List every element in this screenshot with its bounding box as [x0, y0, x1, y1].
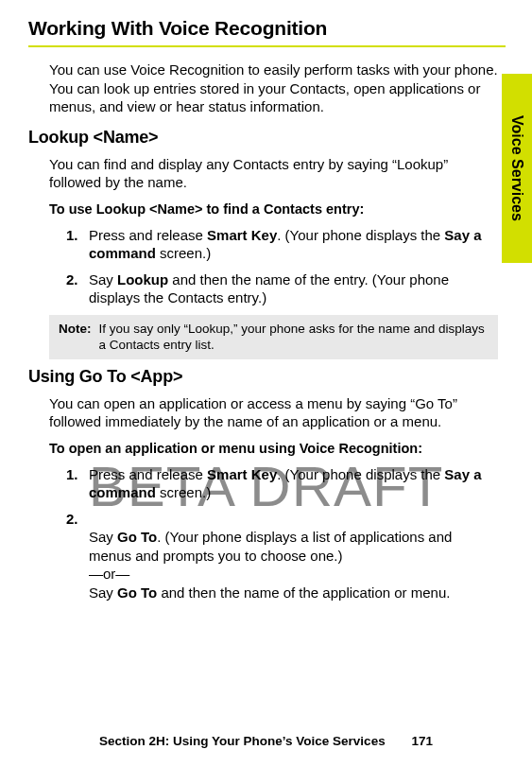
- step-item: 1. Press and release Smart Key. (Your ph…: [66, 226, 498, 263]
- step-number: 2.: [66, 270, 78, 289]
- step-number: 1.: [66, 465, 78, 484]
- step-item: 2. Say Go To. (Your phone displays a lis…: [66, 510, 498, 602]
- side-tab: Voice Services: [502, 74, 532, 263]
- section-lead: You can find and display any Contacts en…: [49, 155, 498, 192]
- section-subhead: To open an application or menu using Voi…: [49, 441, 506, 456]
- step-text: Say Lookup and then the name of the entr…: [89, 271, 449, 306]
- page-footer: Section 2H: Using Your Phone’s Voice Ser…: [0, 734, 532, 748]
- side-tab-label: Voice Services: [508, 115, 525, 221]
- section-subhead: To use Lookup <Name> to find a Contacts …: [49, 201, 506, 217]
- footer-section: Section 2H: Using Your Phone’s Voice Ser…: [99, 734, 386, 748]
- step-text: Say Go To. (Your phone displays a list o…: [89, 529, 452, 601]
- step-item: 1. Press and release Smart Key. (Your ph…: [66, 465, 498, 502]
- section-heading: Lookup <Name>: [28, 128, 506, 148]
- intro-text: You can use Voice Recognition to easily …: [49, 61, 498, 116]
- page-content: Working With Voice Recognition You can u…: [0, 0, 532, 601]
- step-number: 2.: [66, 510, 78, 529]
- step-text: Press and release Smart Key. (Your phone…: [89, 227, 482, 262]
- footer-page: 171: [411, 734, 433, 748]
- step-text: Press and release Smart Key. (Your phone…: [89, 466, 482, 501]
- note-box: Note: If you say only “Lookup,” your pho…: [49, 315, 498, 359]
- step-item: 2. Say Lookup and then the name of the e…: [66, 270, 498, 307]
- step-number: 1.: [66, 226, 78, 245]
- title-rule: [28, 45, 506, 47]
- section-heading: Using Go To <App>: [28, 367, 506, 387]
- note-text: If you say only “Lookup,” your phone ask…: [99, 321, 489, 354]
- section-lead: You can open an application or access a …: [49, 394, 498, 431]
- note-label: Note:: [59, 321, 92, 354]
- page-title: Working With Voice Recognition: [28, 17, 506, 40]
- step-list: 1. Press and release Smart Key. (Your ph…: [66, 465, 498, 602]
- step-list: 1. Press and release Smart Key. (Your ph…: [66, 226, 498, 307]
